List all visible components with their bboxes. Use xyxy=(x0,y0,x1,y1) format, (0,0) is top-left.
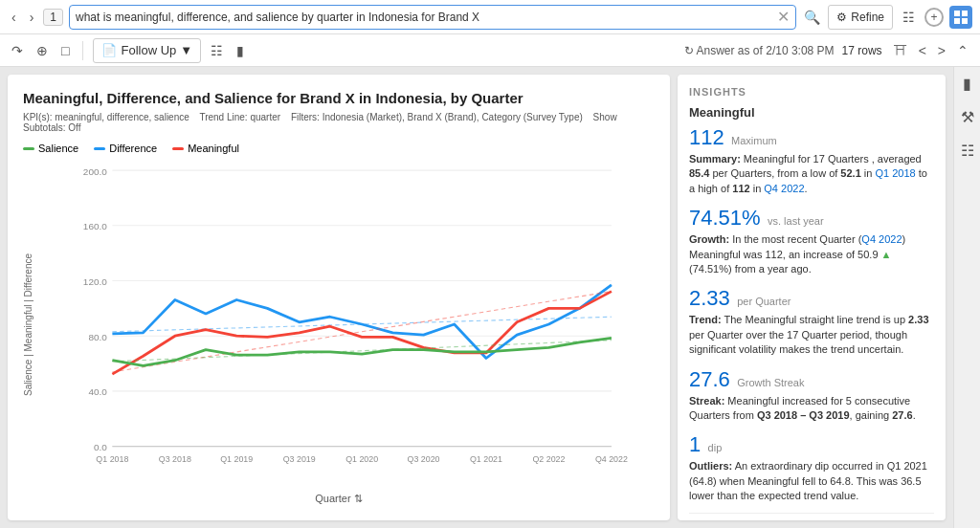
insight-metric-233: 2.33 xyxy=(689,286,730,310)
x-axis-label: Quarter ⇅ xyxy=(23,493,655,505)
insights-title: INSIGHTS xyxy=(689,86,934,98)
salience-color xyxy=(23,147,34,150)
follow-up-chevron: ▼ xyxy=(180,43,192,57)
meaningful-label: Meaningful xyxy=(188,143,239,154)
insight-metric-7451: 74.51% xyxy=(689,206,761,230)
meaningful-color xyxy=(172,147,184,150)
insight-desc-meaningful-dip: Outliers: An extraordinary dip occurred … xyxy=(689,459,934,503)
section-divider xyxy=(689,513,934,514)
toolbar-right: ↻ Answer as of 2/10 3:08 PM 17 rows ⛩ < … xyxy=(684,41,972,60)
insight-meaningful-max: 112 Maximum Summary: Meaningful for 17 Q… xyxy=(689,125,934,196)
svg-text:40.0: 40.0 xyxy=(88,386,107,397)
separator-1 xyxy=(82,41,83,60)
chart-meta: KPI(s): meaningful, difference, salience… xyxy=(23,112,655,133)
filters-meta: Filters: Indonesia (Market), Brand X (Br… xyxy=(291,112,583,122)
kpi-meta: KPI(s): meaningful, difference, salience xyxy=(23,112,189,122)
svg-text:Q3 2018: Q3 2018 xyxy=(159,454,191,464)
chart-view-button[interactable]: ▮ xyxy=(233,41,248,60)
insight-desc-meaningful-trend: Trend: The Meaningful straight line tren… xyxy=(689,313,934,357)
nav-next-button[interactable]: > xyxy=(934,41,949,60)
search-button[interactable]: 🔍 xyxy=(802,8,822,27)
salience-label: Salience xyxy=(38,143,78,154)
insight-desc-meaningful-growth: Growth: In the most recent Quarter (Q4 2… xyxy=(689,232,934,276)
follow-up-button[interactable]: 📄 Follow Up ▼ xyxy=(93,38,201,63)
svg-text:Q1 2018: Q1 2018 xyxy=(96,454,128,464)
svg-text:160.0: 160.0 xyxy=(83,221,107,231)
chart-plot: 200.0 160.0 120.0 80.0 40.0 0.0 Q1 2018 … xyxy=(37,160,655,489)
right-sidebar: ▮ ⚒ ☷ xyxy=(953,67,980,528)
frame-button[interactable]: □ xyxy=(57,41,73,60)
refine-button[interactable]: ⚙ Refine xyxy=(828,5,893,30)
rows-count: 17 rows xyxy=(842,44,882,57)
trend-meta: Trend Line: quarter xyxy=(199,112,280,122)
chart-legend: Salience Difference Meaningful xyxy=(23,143,655,154)
main-area: ▮ ⚒ ☷ Meaningful, Difference, and Salien… xyxy=(0,67,980,528)
follow-up-icon: 📄 xyxy=(101,43,117,57)
insight-metric-112: 112 xyxy=(689,125,724,149)
difference-label: Difference xyxy=(109,143,157,154)
y-axis-label: Salience | Meaningful | Difference xyxy=(23,253,33,396)
toolbar: ↷ ⊕ □ 📄 Follow Up ▼ ☷ ▮ ↻ Answer as of 2… xyxy=(0,34,980,67)
grid-icon xyxy=(954,11,968,24)
grid-icon-sidebar[interactable]: ☷ xyxy=(961,142,974,160)
insight-label-vsyear: vs. last year xyxy=(768,215,824,227)
app-grid-button[interactable] xyxy=(949,6,972,29)
clear-button[interactable]: ✕ xyxy=(777,10,790,25)
svg-rect-1 xyxy=(962,11,968,16)
add-button[interactable]: + xyxy=(924,8,944,27)
svg-text:Q4 2022: Q4 2022 xyxy=(595,454,628,464)
share-button[interactable]: ⊕ xyxy=(33,41,52,60)
insight-meaningful-streak: 27.6 Growth Streak Streak: Meaningful in… xyxy=(689,367,934,424)
chart-area: Salience | Meaningful | Difference 200.0… xyxy=(23,160,655,489)
back-button[interactable]: ‹ xyxy=(8,8,20,27)
svg-text:Q2 2022: Q2 2022 xyxy=(532,454,565,464)
grid-view-button[interactable]: ☷ xyxy=(899,8,919,27)
wrench-icon[interactable]: ⚒ xyxy=(961,108,974,126)
search-bar: ‹ › 1 ✕ 🔍 ⚙ Refine ☷ + xyxy=(0,0,980,34)
cursor-tool-button[interactable]: ↷ xyxy=(8,41,27,60)
table-view-button[interactable]: ☷ xyxy=(207,41,227,60)
svg-text:200.0: 200.0 xyxy=(83,166,107,177)
insight-meaningful-dip: 1 dip Outliers: An extraordinary dip occ… xyxy=(689,432,934,503)
page-number: 1 xyxy=(43,9,63,26)
insight-meaningful-trend: 2.33 per Quarter Trend: The Meaningful s… xyxy=(689,286,934,357)
svg-rect-2 xyxy=(954,18,960,24)
insight-label-streak: Growth Streak xyxy=(737,377,804,388)
insight-metric-276: 27.6 xyxy=(689,367,730,391)
refine-label: Refine xyxy=(851,11,884,24)
svg-rect-3 xyxy=(962,18,968,24)
collapse-button[interactable]: ⌃ xyxy=(953,41,972,60)
svg-rect-0 xyxy=(954,11,960,16)
svg-text:Q1 2019: Q1 2019 xyxy=(220,454,253,464)
svg-text:Q1 2020: Q1 2020 xyxy=(345,454,378,464)
search-input-wrap: ✕ xyxy=(69,5,796,30)
insight-desc-meaningful-streak: Streak: Meaningful increased for 5 conse… xyxy=(689,394,934,424)
search-input[interactable] xyxy=(76,11,777,24)
svg-text:Q1 2021: Q1 2021 xyxy=(470,454,502,464)
svg-text:80.0: 80.0 xyxy=(88,332,107,342)
chart-title: Meaningful, Difference, and Salience for… xyxy=(23,90,655,106)
insight-meaningful-growth: 74.51% vs. last year Growth: In the most… xyxy=(689,206,934,276)
legend-salience: Salience xyxy=(23,143,78,154)
answer-timestamp: ↻ Answer as of 2/10 3:08 PM xyxy=(684,44,835,57)
svg-text:Q3 2019: Q3 2019 xyxy=(283,454,316,464)
nav-prev-button[interactable]: < xyxy=(915,41,930,60)
insight-desc-meaningful-max: Summary: Meaningful for 17 Quarters , av… xyxy=(689,152,934,196)
insights-panel: INSIGHTS Meaningful 112 Maximum Summary:… xyxy=(678,75,946,520)
forward-button[interactable]: › xyxy=(26,8,38,27)
refine-icon: ⚙ xyxy=(836,11,847,24)
difference-color xyxy=(94,147,105,150)
toolbar-icons: ⛩ < > ⌃ xyxy=(890,41,972,60)
chart-container: Meaningful, Difference, and Salience for… xyxy=(8,75,670,520)
insight-label-dip: dip xyxy=(708,442,723,453)
svg-line-27 xyxy=(112,292,612,372)
legend-meaningful: Meaningful xyxy=(172,143,239,154)
bar-chart-icon[interactable]: ▮ xyxy=(963,75,971,93)
svg-text:120.0: 120.0 xyxy=(83,276,107,287)
settings-icon-button[interactable]: ⛩ xyxy=(890,41,911,60)
insight-metric-1: 1 xyxy=(689,432,701,456)
insight-label-perquarter: per Quarter xyxy=(737,296,791,307)
svg-text:Q3 2020: Q3 2020 xyxy=(408,454,440,464)
legend-difference: Difference xyxy=(94,143,157,154)
follow-up-label: Follow Up xyxy=(121,43,176,57)
